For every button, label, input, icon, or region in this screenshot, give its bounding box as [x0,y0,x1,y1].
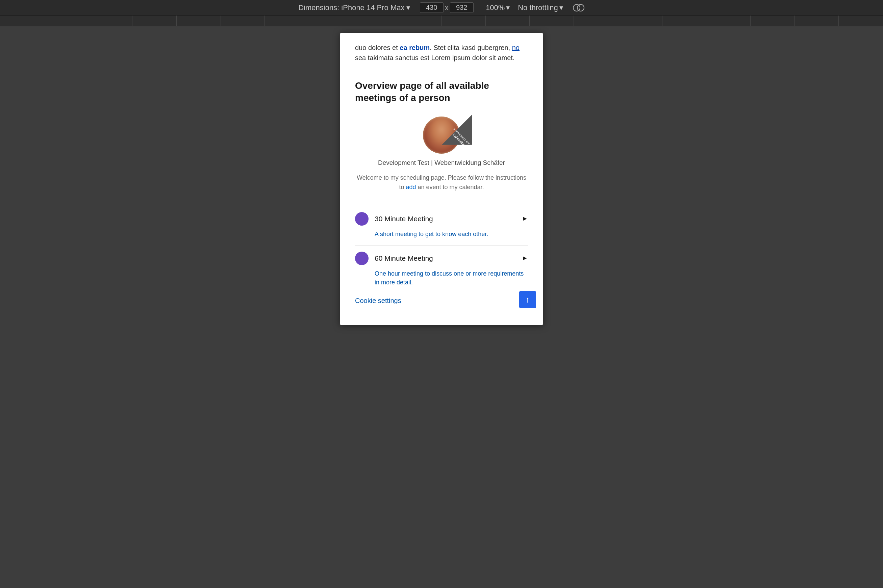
meeting-dot-60min [355,252,369,265]
ruler-seg-7 [265,15,309,26]
zoom-selector[interactable]: 100% ▾ [483,3,513,12]
meeting-item-30min[interactable]: 30 Minute Meeting ► [355,206,528,228]
ruler-seg-15 [618,15,663,26]
cookie-settings-link[interactable]: Cookie settings [355,297,401,304]
main-area: duo dolores et ea rebum. Stet clita kasd… [0,26,883,588]
profile-name: Development Test | Webentwicklung Schäfe… [378,159,505,166]
throttle-selector[interactable]: No throttling ▾ [515,3,566,12]
svg-point-0 [573,4,580,11]
scroll-top-wrap: ↑ [340,315,543,325]
ruler-segments [0,15,883,26]
ruler-seg-19 [795,15,839,26]
meeting-arrow-60min: ► [522,255,528,262]
throttle-arrow: ▾ [559,3,563,12]
ruler-seg-16 [663,15,707,26]
ruler-seg-13 [530,15,574,26]
ruler-seg-12 [486,15,530,26]
meeting-arrow-30min: ► [522,215,528,222]
meetings-section: 30 Minute Meeting ► A short meeting to g… [340,206,543,294]
ruler-seg-8 [309,15,353,26]
height-input[interactable] [450,2,474,13]
scroll-top-button[interactable]: ↑ [519,291,536,308]
profile-welcome: Welcome to my scheduling page. Please fo… [355,173,528,192]
dim-separator: x [445,3,448,12]
cookie-section: Cookie settings [340,294,543,315]
ruler-seg-11 [442,15,486,26]
throttle-label: No throttling [518,3,558,12]
ruler-bar [0,15,883,26]
add-event-link[interactable]: add [406,184,416,190]
device-dropdown-arrow[interactable]: ▾ [406,3,410,12]
ruler-seg-3 [88,15,132,26]
meeting-item-60min[interactable]: 60 Minute Meeting ► [355,246,528,267]
dimensions-display: x [420,2,474,13]
meeting-label-30min: 30 Minute Meeting [375,215,522,223]
zoom-label: 100% [486,3,505,12]
ruler-seg-18 [751,15,795,26]
profile-section: POWERED BY Calendly Development Test | W… [340,110,543,206]
width-input[interactable] [420,2,444,13]
svg-point-1 [577,4,584,11]
lorem-link-no[interactable]: no [512,44,520,51]
ruler-seg-6 [221,15,265,26]
lorem-section: duo dolores et ea rebum. Stet clita kasd… [340,33,543,70]
lorem-text: duo dolores et ea rebum. Stet clita kasd… [355,42,528,63]
meeting-dot-30min [355,212,369,226]
device-selector[interactable]: Dimensions: iPhone 14 Pro Max ▾ [298,3,410,12]
profile-divider [355,199,528,199]
ruler-seg-14 [574,15,618,26]
meeting-label-60min: 60 Minute Meeting [375,254,522,262]
scroll-top-icon: ↑ [526,295,530,304]
ruler-seg-5 [177,15,221,26]
ruler-seg-17 [706,15,751,26]
phone-preview: duo dolores et ea rebum. Stet clita kasd… [340,33,543,325]
overview-heading: Overview page of all available meetings … [355,80,528,104]
ruler-seg-2 [44,15,88,26]
meeting-description-30min: A short meeting to get to know each othe… [355,228,528,245]
ruler-seg-4 [132,15,177,26]
zoom-arrow: ▾ [506,3,510,12]
ruler-seg-9 [353,15,397,26]
device-label: Dimensions: iPhone 14 Pro Max [298,3,404,12]
browser-toolbar: Dimensions: iPhone 14 Pro Max ▾ x 100% ▾… [0,0,883,15]
meeting-description-60min: One hour meeting to discuss one or more … [355,267,528,294]
ruler-seg-20 [839,15,883,26]
overview-section: Overview page of all available meetings … [340,70,543,110]
rotate-icon[interactable] [573,2,585,14]
avatar-wrap: POWERED BY Calendly [423,117,460,154]
ruler-seg-1 [0,15,44,26]
lorem-highlight-ea: ea rebum [400,44,430,51]
calendly-badge-wrap: POWERED BY Calendly [442,114,472,145]
ruler-seg-10 [397,15,442,26]
